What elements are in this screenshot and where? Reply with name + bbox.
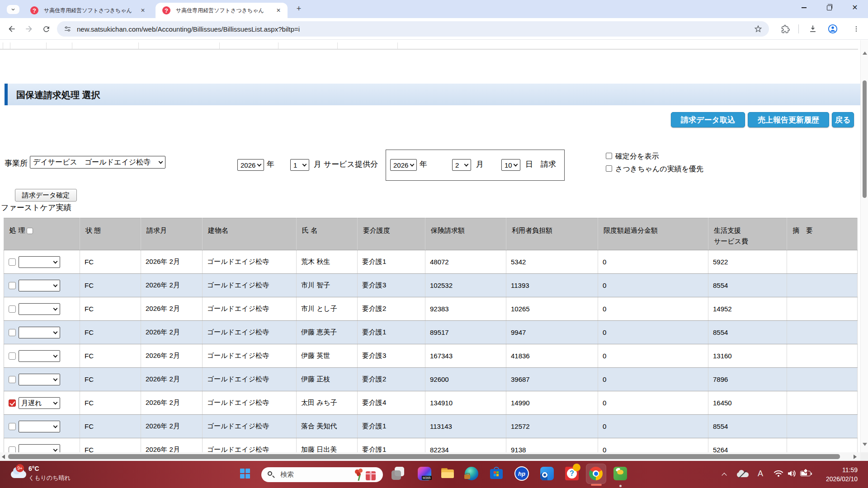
file-explorer-icon[interactable] — [440, 466, 455, 481]
seasonal-decoration — [354, 469, 380, 481]
row-checkbox[interactable] — [9, 376, 16, 383]
forward-button[interactable] — [24, 23, 34, 34]
row-checkbox[interactable] — [9, 305, 16, 313]
service-month-select[interactable]: 1 — [290, 159, 309, 171]
browser-tab-inactive[interactable]: ? サ高住専用経営ソフトさつきちゃん ✕ — [25, 3, 152, 18]
table-row: FC2026年 2月ゴールドエイジ松寺伊藤 英世要介護3167343418360… — [4, 344, 858, 368]
bill-month-select[interactable]: 2 — [452, 159, 471, 171]
scroll-left-arrow[interactable] — [2, 455, 5, 459]
bill-year-select[interactable]: 2026 — [390, 159, 417, 171]
tab-title: サ高住専用経営ソフトさつきちゃん — [176, 7, 272, 14]
service-month-suffix: 月 サービス提供分 — [314, 159, 378, 169]
office-select[interactable]: デイサービス ゴールドエイジ松寺 — [30, 156, 165, 169]
row-process-select[interactable] — [19, 256, 60, 268]
scroll-up-arrow[interactable] — [863, 52, 867, 55]
cell-building: ゴールドエイジ松寺 — [203, 250, 297, 274]
service-year-select[interactable]: 2026 — [237, 159, 264, 171]
scroll-down-arrow[interactable] — [863, 443, 867, 446]
ime-indicator[interactable]: A — [758, 469, 763, 479]
taskbar-search[interactable]: 検索 — [261, 467, 383, 482]
tab-close-icon[interactable]: ✕ — [275, 7, 282, 14]
row-process-select[interactable] — [19, 327, 60, 338]
show-fixed-checkbox[interactable] — [606, 153, 612, 159]
row-checkbox[interactable] — [9, 329, 16, 336]
chrome-icon[interactable] — [589, 466, 603, 481]
row-process-select[interactable] — [19, 421, 60, 432]
url-bar[interactable]: new.satsukichan.com/web/Accounting/Billi… — [57, 21, 769, 37]
row-process-select[interactable] — [19, 350, 60, 362]
hp-icon[interactable]: hp — [514, 466, 529, 481]
row-checkbox[interactable] — [9, 258, 16, 266]
edge-icon[interactable] — [464, 466, 479, 481]
window-minimize-button[interactable] — [793, 0, 814, 15]
reload-button[interactable] — [41, 23, 52, 34]
cell-life: 14952 — [708, 297, 787, 321]
bill-month-suffix: 月 — [476, 159, 484, 169]
cell-note — [787, 274, 858, 297]
cell-status: FC — [80, 321, 141, 344]
tray-chevron-icon[interactable] — [722, 472, 727, 477]
window-close-button[interactable]: ✕ — [844, 0, 865, 15]
horizontal-scroll-thumb[interactable] — [8, 454, 840, 459]
volume-icon[interactable] — [788, 470, 797, 477]
start-button[interactable] — [240, 469, 250, 479]
process-cell — [4, 297, 80, 321]
menu-kebab-icon[interactable] — [851, 23, 862, 34]
cell-life: 5264 — [708, 438, 787, 453]
satsuki-app-icon[interactable]: ? — [565, 466, 579, 481]
row-process-select[interactable]: 月遅れ — [19, 397, 60, 409]
back-page-button[interactable]: 戻る — [832, 112, 854, 127]
m365-icon[interactable]: M365 — [417, 466, 432, 481]
wifi-icon[interactable] — [774, 470, 783, 477]
tab-search-button[interactable] — [7, 5, 19, 14]
sales-report-history-button[interactable]: 売上報告更新履歴 — [748, 112, 829, 127]
cell-month: 2026年 2月 — [141, 250, 203, 274]
row-checkbox[interactable] — [9, 423, 16, 430]
row-process-select[interactable] — [19, 303, 60, 315]
task-view-icon[interactable] — [391, 466, 406, 481]
billing-table: 処 理 状 態 請求月 建物名 氏 名 要介護度 保険請求額 利用者負担額 限度… — [4, 218, 858, 452]
site-settings-icon[interactable] — [64, 25, 71, 33]
row-process-select[interactable] — [19, 280, 60, 291]
row-checkbox[interactable] — [9, 282, 16, 289]
bookmark-star-icon[interactable] — [754, 24, 763, 35]
row-process-select[interactable] — [19, 374, 60, 385]
row-checkbox[interactable] — [9, 399, 16, 407]
confirm-billing-data-button[interactable]: 請求データ確定 — [15, 189, 77, 202]
new-tab-button[interactable]: + — [295, 5, 303, 13]
import-billing-data-button[interactable]: 請求データ取込 — [671, 112, 745, 127]
onedrive-icon[interactable] — [737, 470, 750, 478]
cell-status: FC — [80, 250, 141, 274]
row-checkbox[interactable] — [9, 446, 16, 453]
download-icon[interactable] — [807, 23, 818, 34]
back-button[interactable] — [6, 23, 17, 34]
browser-tab-active[interactable]: ? サ高住専用経営ソフトさつきちゃん ✕ — [156, 3, 288, 18]
tab-close-icon[interactable]: ✕ — [139, 7, 146, 14]
process-cell — [4, 321, 80, 344]
notification-badge: 9+ — [16, 464, 24, 472]
cell-month: 2026年 2月 — [141, 391, 203, 415]
profile-avatar[interactable] — [827, 23, 838, 34]
vertical-scrollbar[interactable] — [860, 40, 868, 452]
row-process-select[interactable] — [19, 444, 60, 453]
green-app-icon[interactable] — [613, 466, 627, 481]
col-bill-month: 請求月 — [141, 218, 203, 250]
horizontal-scrollbar[interactable] — [0, 452, 860, 461]
bill-day-select[interactable]: 10 — [501, 159, 520, 171]
taskbar-clock[interactable]: 11:59 2026/02/10 — [816, 465, 858, 483]
scroll-right-arrow[interactable] — [854, 455, 857, 459]
outlook-icon[interactable] — [540, 466, 554, 481]
extensions-icon[interactable] — [780, 23, 791, 34]
ms-store-icon[interactable] — [489, 466, 504, 481]
page-title: 国保連請求処理 選択 — [16, 89, 100, 101]
cell-life: 8554 — [708, 274, 787, 297]
select-all-checkbox[interactable] — [27, 228, 33, 234]
vertical-scroll-thumb[interactable] — [863, 80, 867, 198]
window-restore-button[interactable] — [819, 0, 840, 15]
search-icon — [268, 471, 272, 476]
weather-widget[interactable]: 9+ 6°C くもりのち晴れ — [9, 464, 72, 483]
battery-icon[interactable] — [800, 470, 812, 477]
row-checkbox[interactable] — [9, 352, 16, 360]
cell-over: 0 — [598, 250, 708, 274]
prefer-satsuki-checkbox[interactable] — [606, 165, 612, 172]
